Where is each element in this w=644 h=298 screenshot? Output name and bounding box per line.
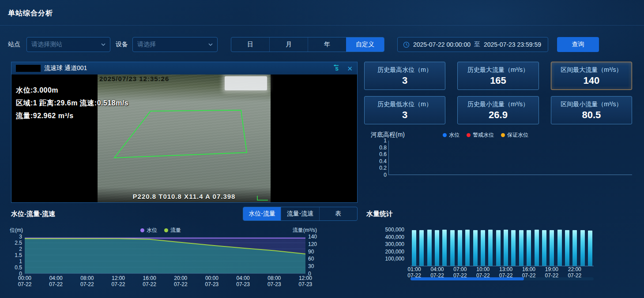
stat-label: 区间最小流量（m³/s） xyxy=(551,101,632,108)
y-tick-label: 0.5 xyxy=(15,265,22,270)
volume-bar[interactable] xyxy=(435,230,439,266)
volume-bar[interactable] xyxy=(550,230,554,266)
stat-label: 历史最高水位（m） xyxy=(365,66,445,74)
stat-card-history-min-level: 历史最低水位（m） 3 xyxy=(364,96,445,124)
query-button[interactable]: 查询 xyxy=(557,37,599,52)
riverbed-plot xyxy=(388,141,632,175)
y-tick-label: 0.8 xyxy=(379,145,387,150)
y-tick-label: 1 xyxy=(384,138,387,143)
period-tab-month[interactable]: 月 xyxy=(269,37,308,52)
stat-value: 3 xyxy=(365,75,445,86)
legend-dot xyxy=(443,133,447,137)
y-tick-label: 0.2 xyxy=(379,165,387,171)
device-select[interactable]: 请选择 xyxy=(132,37,218,52)
period-tabs: 日 月 年 自定义 xyxy=(231,37,384,52)
volume-bar[interactable] xyxy=(450,230,455,266)
stat-value: 165 xyxy=(458,75,538,86)
chevron-down-icon xyxy=(101,43,105,46)
volume-bar[interactable] xyxy=(481,230,485,266)
volume-bar[interactable] xyxy=(458,230,462,266)
close-icon[interactable]: ✕ xyxy=(347,65,353,72)
volume-bar[interactable] xyxy=(519,230,523,266)
level-flow-tabs: 水位-流量 流量-流速 表 xyxy=(243,207,358,221)
volume-bar[interactable] xyxy=(535,230,539,266)
stat-card-interval-max-flow: 区间最大流量（m³/s） 140 xyxy=(551,62,632,90)
volume-bar[interactable] xyxy=(412,230,416,266)
x-axis-label: 04:0007-23 xyxy=(233,276,253,288)
station-select[interactable]: 请选择测站 xyxy=(26,37,110,52)
y-tick-label: 30 xyxy=(308,264,314,269)
volume-bar[interactable] xyxy=(504,230,508,266)
water-volume-chart: 500,000400,000300,000200,000100,000 01:0… xyxy=(371,223,636,295)
lf-yticks-right: 1401209060300 xyxy=(308,234,323,276)
volume-bar[interactable] xyxy=(542,230,546,266)
data-zoom-scrollbar[interactable] xyxy=(411,277,594,280)
stream-capture-icon[interactable]: S xyxy=(333,64,341,73)
legend-label: 保证水位 xyxy=(507,131,528,139)
legend-item-water-level[interactable]: 水位 xyxy=(140,227,157,234)
volume-bar[interactable] xyxy=(565,230,569,266)
legend-dot xyxy=(140,228,144,232)
period-tab-day[interactable]: 日 xyxy=(231,37,269,52)
stat-label: 历史最大流量（m³/s） xyxy=(458,66,538,74)
volume-bar[interactable] xyxy=(580,230,585,266)
scrollbar-thumb[interactable] xyxy=(411,277,524,280)
video-titlebar: 流速球 通道001 S ✕ xyxy=(11,62,357,74)
legend-item-warning-level[interactable]: 警戒水位 xyxy=(467,131,494,139)
y-tick-label: 2.5 xyxy=(15,240,22,246)
date-separator: 至 xyxy=(474,41,480,48)
legend-label: 流量 xyxy=(170,227,181,234)
volume-bar[interactable] xyxy=(419,230,424,266)
volume-bar[interactable] xyxy=(527,230,531,266)
tab-level-flow[interactable]: 水位-流量 xyxy=(243,207,281,220)
riverbed-legend: 水位 警戒水位 保证水位 xyxy=(443,131,528,139)
water-volume-plot xyxy=(411,228,594,266)
volume-bar[interactable] xyxy=(588,231,592,266)
legend-item-water-level[interactable]: 水位 xyxy=(443,131,459,139)
volume-bar[interactable] xyxy=(488,230,493,266)
legend-item-guaranteed-level[interactable]: 保证水位 xyxy=(501,131,528,139)
legend-label: 水位 xyxy=(147,227,157,234)
y-tick-label: 400,000 xyxy=(385,234,404,240)
svg-text:S: S xyxy=(335,66,339,71)
volume-bar[interactable] xyxy=(557,230,562,266)
filter-bar: 站点 请选择测站 设备 请选择 日 月 年 自定义 2025-07-22 00:… xyxy=(0,37,644,52)
stat-card-history-max-level: 历史最高水位（m） 3 xyxy=(364,62,445,90)
x-axis-label: 08:0007-22 xyxy=(77,276,97,288)
level-flow-xlabels: 00:0007-2204:0007-2208:0007-2212:0007-22… xyxy=(15,276,315,288)
single-station-analysis-page: 单站综合分析 站点 请选择测站 设备 请选择 日 月 年 自定义 2025-07… xyxy=(0,0,644,298)
volume-bar[interactable] xyxy=(572,230,577,266)
stat-label: 历史最低水位（m） xyxy=(365,101,445,108)
device-label: 设备 xyxy=(116,41,128,48)
tab-table[interactable]: 表 xyxy=(319,207,357,220)
y-tick-label: 0.4 xyxy=(379,159,387,164)
y-tick-label: 3 xyxy=(19,234,22,239)
page-title: 单站综合分析 xyxy=(8,9,53,18)
legend-dot xyxy=(501,133,505,137)
y-tick-label: 2 xyxy=(19,246,22,252)
riverbed-elevation-chart: 河底高程(m) 水位 警戒水位 保证水位 10.80.60.40.20 xyxy=(370,129,635,181)
riverbed-yticks: 10.80.60.40.20 xyxy=(370,138,387,178)
date-range-picker[interactable]: 2025-07-22 00:00:00 至 2025-07-23 23:59:5… xyxy=(397,37,548,52)
x-axis-label: 12:0007-22 xyxy=(109,276,128,288)
period-tab-year[interactable]: 年 xyxy=(308,37,346,52)
x-axis-label: 20:0007-22 xyxy=(171,276,190,288)
flow-reading: 流量:92.962 m³/s xyxy=(16,112,128,121)
legend-item-flow[interactable]: 流量 xyxy=(164,227,181,234)
video-timestamp: 2025/07/23 12:35:26 xyxy=(99,75,169,82)
tab-flow-velocity[interactable]: 流量-流速 xyxy=(281,207,319,220)
stat-value: 80.5 xyxy=(551,109,632,121)
date-start: 2025-07-22 00:00:00 xyxy=(413,41,471,48)
stat-label: 历史最小流量（m³/s） xyxy=(458,101,538,108)
volume-bar[interactable] xyxy=(427,230,432,266)
volume-bar[interactable] xyxy=(496,230,501,266)
water-volume-section-title: 水量统计 xyxy=(366,210,393,218)
period-tab-custom[interactable]: 自定义 xyxy=(346,37,384,52)
level-flow-plot xyxy=(25,237,305,274)
volume-bar[interactable] xyxy=(511,230,516,266)
y-tick-label: 1 xyxy=(19,259,22,264)
volume-bar[interactable] xyxy=(473,230,478,266)
video-overlay-readings: 水位:3.000m 区域:1 距离:29.6m 流速:0.518m/s 流量:9… xyxy=(16,86,128,121)
volume-bar[interactable] xyxy=(465,230,470,266)
volume-bar[interactable] xyxy=(442,230,447,266)
